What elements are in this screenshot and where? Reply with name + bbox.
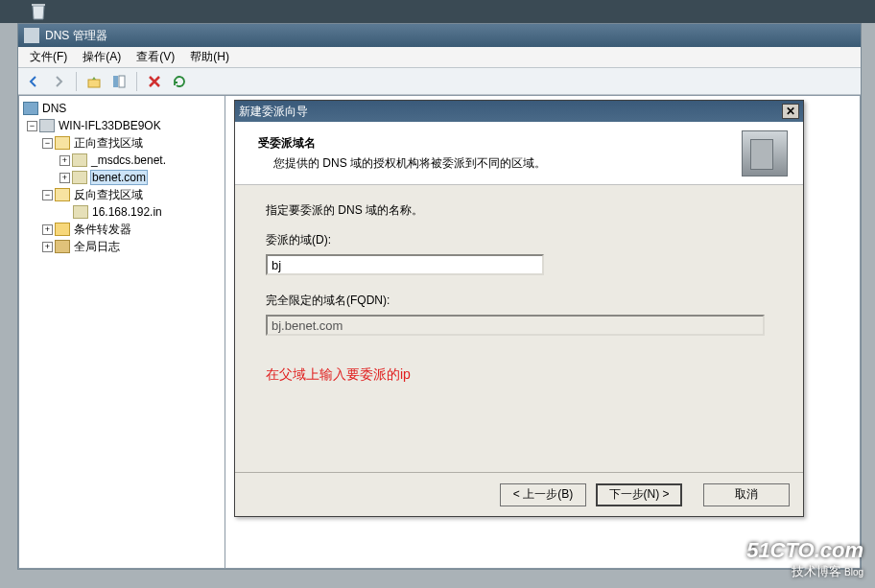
- dialog-titlebar: 新建委派向导 ✕: [235, 101, 803, 122]
- tree-zone-benet[interactable]: + benet.com: [19, 169, 225, 186]
- folder-icon: [55, 223, 70, 236]
- expand-icon[interactable]: +: [59, 155, 70, 166]
- close-button[interactable]: ✕: [782, 104, 799, 119]
- nav-back-button[interactable]: [22, 70, 45, 93]
- menu-action[interactable]: 操作(A): [75, 47, 129, 67]
- tree-server[interactable]: − WIN-IFL33DBE9OK: [19, 117, 225, 134]
- svg-rect-1: [113, 76, 118, 87]
- svg-rect-0: [88, 80, 100, 87]
- watermark: 51CTO.com 技术博客 Blog: [746, 538, 863, 580]
- delegated-domain-input[interactable]: [266, 254, 544, 275]
- menu-view[interactable]: 查看(V): [129, 47, 182, 67]
- window-titlebar: DNS 管理器: [18, 24, 861, 47]
- app-icon: [24, 28, 39, 43]
- tree-conditional-forwarders[interactable]: + 条件转发器: [19, 221, 225, 238]
- refresh-button[interactable]: [168, 70, 191, 93]
- instruction-text: 指定要委派的 DNS 域的名称。: [266, 202, 772, 219]
- dialog-header-desc: 您提供的 DNS 域的授权机构将被委派到不同的区域。: [258, 155, 546, 172]
- menu-file[interactable]: 文件(F): [22, 47, 75, 67]
- red-annotation: 在父域上输入要委派的ip: [266, 366, 772, 384]
- server-icon: [39, 119, 55, 132]
- collapse-icon[interactable]: −: [42, 190, 53, 200]
- menu-help[interactable]: 帮助(H): [182, 47, 237, 67]
- collapse-icon[interactable]: −: [27, 121, 37, 131]
- watermark-site: 51CTO.com: [746, 538, 863, 563]
- delegated-domain-label: 委派的域(D):: [266, 232, 772, 248]
- zone-icon: [72, 153, 87, 167]
- up-button[interactable]: [83, 70, 106, 93]
- show-hide-button[interactable]: [107, 70, 130, 93]
- collapse-icon[interactable]: −: [42, 138, 53, 149]
- back-button[interactable]: < 上一步(B): [500, 483, 586, 506]
- window-title: DNS 管理器: [45, 28, 107, 44]
- tree-reverse-zones[interactable]: − 反向查找区域: [19, 186, 225, 203]
- expand-icon[interactable]: +: [42, 224, 53, 235]
- tree-root-dns[interactable]: DNS: [19, 100, 225, 117]
- cancel-button[interactable]: 取消: [703, 483, 790, 506]
- zone-icon: [73, 205, 88, 219]
- tree-global-log[interactable]: + 全局日志: [19, 238, 225, 255]
- folder-open-icon: [55, 136, 70, 150]
- watermark-blog: Blog: [844, 567, 863, 577]
- log-icon: [55, 240, 70, 253]
- watermark-tag: 技术博客: [792, 564, 841, 578]
- zone-icon: [72, 171, 87, 184]
- dialog-title: 新建委派向导: [239, 104, 308, 120]
- tree-zone-msdcs[interactable]: + _msdcs.benet.: [19, 152, 225, 169]
- new-delegation-wizard-dialog: 新建委派向导 ✕ 受委派域名 您提供的 DNS 域的授权机构将被委派到不同的区域…: [234, 100, 804, 517]
- expand-icon[interactable]: +: [42, 242, 53, 252]
- svg-rect-2: [119, 76, 125, 87]
- dialog-body: 指定要委派的 DNS 域的名称。 委派的域(D): 完全限定的域名(FQDN):…: [235, 185, 803, 414]
- next-button[interactable]: 下一步(N) >: [596, 483, 682, 506]
- dialog-footer: < 上一步(B) 下一步(N) > 取消: [235, 472, 803, 516]
- delete-button[interactable]: [143, 70, 166, 93]
- dialog-header: 受委派域名 您提供的 DNS 域的授权机构将被委派到不同的区域。: [235, 122, 803, 185]
- toolbar: [18, 68, 861, 95]
- server-tower-icon: [742, 130, 788, 176]
- menubar: 文件(F) 操作(A) 查看(V) 帮助(H): [18, 47, 861, 68]
- tree-forward-zones[interactable]: − 正向查找区域: [19, 134, 225, 152]
- folder-open-icon: [55, 188, 70, 201]
- recycle-bin-icon: [29, 0, 48, 24]
- dns-root-icon: [23, 102, 38, 115]
- fqdn-readonly: [266, 315, 765, 336]
- nav-forward-button[interactable]: [47, 70, 70, 93]
- expand-icon[interactable]: +: [59, 173, 70, 183]
- dialog-header-title: 受委派域名: [258, 135, 546, 152]
- tree-reverse-item[interactable]: 16.168.192.in: [19, 203, 225, 221]
- tree-panel[interactable]: DNS − WIN-IFL33DBE9OK − 正向查找区域 + _msdcs.…: [18, 95, 225, 569]
- fqdn-label: 完全限定的域名(FQDN):: [266, 293, 772, 309]
